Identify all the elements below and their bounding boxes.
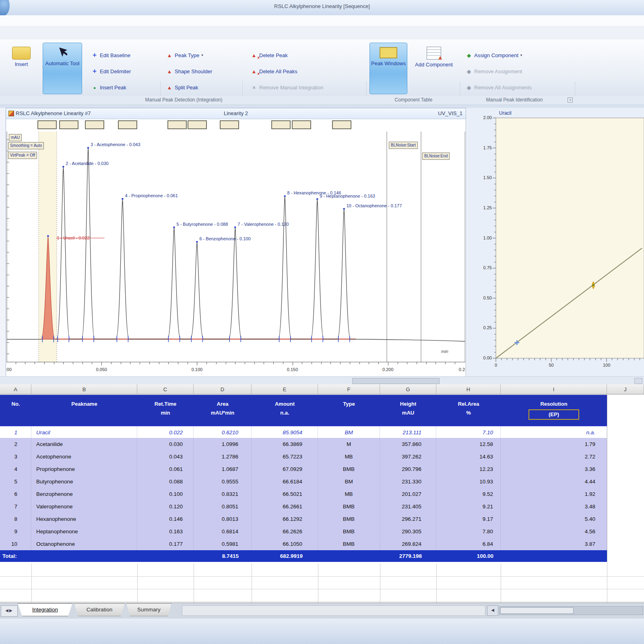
table-row[interactable]: 10Octanophenone0.1770.598166.1050BMB269.… [0, 538, 607, 550]
table-cell[interactable]: 0.088 [137, 475, 194, 488]
component-window-box[interactable] [37, 120, 57, 129]
column-header[interactable]: Peakname [31, 395, 137, 425]
table-cell[interactable]: 66.3869 [252, 438, 318, 450]
table-cell[interactable]: 1.0996 [194, 438, 252, 450]
column-header[interactable]: Rel.Area% [436, 395, 501, 425]
table-row[interactable]: 6Benzophenone0.1000.832166.5021MB201.027… [0, 488, 607, 500]
blnoise-start-marker[interactable]: BLNoise:Start [389, 142, 418, 149]
table-cell[interactable]: 290.305 [380, 525, 436, 538]
table-cell[interactable]: 9.17 [436, 513, 501, 525]
table-row[interactable]: 2Acetanilide0.0301.099666.3869M357.86012… [0, 438, 607, 450]
remove-assignment-button[interactable]: ◆Remove Assignment [464, 64, 572, 78]
tab-scrollbar-thumb[interactable] [500, 607, 574, 614]
table-cell[interactable]: 65.7223 [252, 450, 318, 463]
table-cell[interactable]: 1.79 [501, 438, 607, 450]
component-window-box[interactable] [85, 120, 104, 129]
table-cell[interactable]: 0.022 [137, 426, 194, 439]
table-cell[interactable]: Valerophenone [31, 500, 137, 513]
component-window-box[interactable] [292, 120, 311, 129]
table-cell[interactable]: 0.120 [137, 500, 194, 513]
component-window-box[interactable] [167, 120, 187, 129]
component-window-box[interactable] [332, 120, 351, 129]
table-cell[interactable]: 66.1292 [252, 513, 318, 525]
table-cell[interactable]: Benzophenone [31, 488, 137, 500]
table-cell[interactable]: 14.63 [436, 450, 501, 463]
table-cell[interactable]: Octanophenone [31, 538, 137, 550]
table-cell[interactable]: 2 [0, 438, 31, 450]
table-cell[interactable]: 0.043 [137, 450, 194, 463]
component-window-box[interactable] [220, 120, 239, 129]
column-letter[interactable]: A [0, 384, 31, 394]
insert-button[interactable]: Insert ▾ [4, 43, 39, 93]
table-cell[interactable]: Uracil [31, 426, 137, 439]
tab-nav-buttons[interactable]: ◀▶ [1, 605, 18, 617]
table-cell[interactable]: BMB [318, 513, 380, 525]
table-cell[interactable]: BMB [318, 463, 380, 475]
table-cell[interactable]: 269.824 [380, 538, 436, 550]
sheet-tab-summary[interactable]: Summary [126, 603, 171, 616]
table-cell[interactable]: 10.93 [436, 475, 501, 488]
table-cell[interactable]: 0.061 [137, 463, 194, 475]
table-cell[interactable]: 0.9555 [194, 475, 252, 488]
column-header[interactable]: Amountn.a. [252, 395, 318, 425]
y-unit-label[interactable]: mAU [9, 134, 22, 141]
column-header[interactable]: Type [318, 395, 380, 425]
horizontal-scrollbar[interactable] [0, 376, 644, 385]
table-cell[interactable]: 7.10 [436, 426, 501, 439]
column-header[interactable]: AreamAU*min [194, 395, 252, 425]
sheet-tab-calibration[interactable]: Calibration [74, 603, 125, 616]
table-cell[interactable]: 397.262 [380, 450, 436, 463]
table-cell[interactable]: 1.0687 [194, 463, 252, 475]
table-cell[interactable]: Hexanophenone [31, 513, 137, 525]
table-row[interactable]: 7Valerophenone0.1200.805166.2661BMB231.4… [0, 500, 607, 513]
table-cell[interactable]: 0.8321 [194, 488, 252, 500]
table-cell[interactable]: 0.100 [137, 488, 194, 500]
column-header[interactable]: No. [0, 395, 31, 425]
component-window-box[interactable] [188, 120, 207, 129]
table-cell[interactable]: 0.177 [137, 538, 194, 550]
column-letter[interactable]: F [318, 384, 380, 394]
table-cell[interactable]: 1.2786 [194, 450, 252, 463]
table-cell[interactable]: Acetophenone [31, 450, 137, 463]
table-cell[interactable]: 6.84 [436, 538, 501, 550]
delete-all-peaks-button[interactable]: ▲×Delete All Peaks [249, 64, 364, 78]
dialog-launcher-icon[interactable]: ↘ [568, 97, 573, 103]
add-component-button[interactable]: ▲ Add Component [414, 43, 454, 93]
tab-scroll-left-icon[interactable]: ◀ [487, 605, 498, 616]
table-cell[interactable]: 0.6814 [194, 525, 252, 538]
assign-component-button[interactable]: ◆Assign Component▾ [464, 48, 572, 62]
table-cell[interactable]: 296.271 [380, 513, 436, 525]
column-letter[interactable]: D [194, 384, 252, 394]
assign-component-dropdown-icon[interactable]: ▾ [520, 53, 522, 57]
column-header[interactable]: Ret.Timemin [137, 395, 194, 425]
table-cell[interactable]: 213.111 [380, 426, 436, 439]
table-cell[interactable]: MB [318, 488, 380, 500]
table-row[interactable]: 9Heptanophenone0.1630.681466.2626BMB290.… [0, 525, 607, 538]
column-header[interactable]: HeightmAU [380, 395, 436, 425]
component-window-box[interactable] [59, 120, 78, 129]
table-cell[interactable]: BMB [318, 525, 380, 538]
integration-table[interactable]: ABCDEFGHIJNo. Peakname Ret.TimeminAreamA… [0, 384, 644, 603]
tab-scrollbar[interactable] [499, 606, 643, 615]
table-row[interactable]: 1Uracil0.0220.621085.9054BM213.1117.10n.… [0, 425, 607, 440]
chromatogram-panel[interactable]: RSLC Alkylphenone Linearity #7 Linearity… [6, 108, 466, 377]
blnoise-end-marker[interactable]: BLNoise:End [422, 153, 450, 160]
table-cell[interactable]: 12.23 [436, 463, 501, 475]
virtpeak-annotation[interactable]: VirtPeak = Off [8, 152, 37, 159]
table-cell[interactable]: MB [318, 450, 380, 463]
table-cell[interactable]: BMB [318, 538, 380, 550]
table-cell[interactable]: Propriophenone [31, 463, 137, 475]
component-window-box[interactable] [271, 120, 291, 129]
table-cell[interactable]: 0.6210 [194, 426, 252, 439]
table-cell[interactable]: 1.92 [501, 488, 607, 500]
table-cell[interactable]: 85.9054 [252, 426, 318, 439]
column-header[interactable]: Resolution(EP) [501, 395, 607, 425]
table-cell[interactable]: Heptanophenone [31, 525, 137, 538]
table-cell[interactable]: 3.87 [501, 538, 607, 550]
table-row[interactable]: 3Acetophenone0.0431.278665.7223MB397.262… [0, 450, 607, 463]
column-letter[interactable]: H [436, 384, 501, 394]
table-cell[interactable]: M [318, 438, 380, 450]
table-cell[interactable]: 66.5021 [252, 488, 318, 500]
table-cell[interactable]: n.a. [501, 426, 607, 439]
table-cell[interactable]: 12.58 [436, 438, 501, 450]
